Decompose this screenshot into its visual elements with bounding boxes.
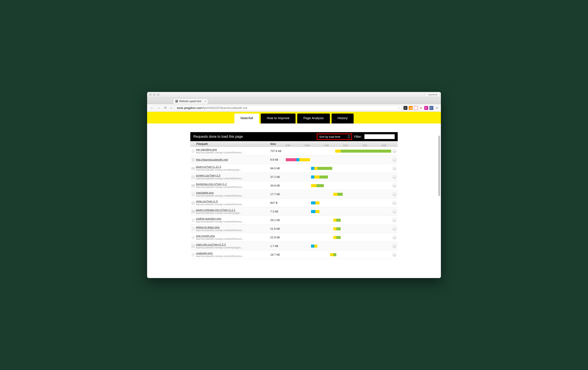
request-row: { }main.min.css?ver=2.3.3learntocodewith… — [190, 242, 398, 250]
file-name-link[interactable]: jquery-migrate.min.js?ver=1.2.1 — [196, 208, 270, 212]
url-field[interactable]: tools.pingdom.com/fpt/#!/b5l1EF/learntoc… — [175, 105, 402, 111]
tab-title: Website speed test — [179, 100, 201, 103]
time-tick: 0.8s — [305, 144, 310, 147]
timing-segment-yellow — [314, 245, 317, 247]
col-size-header[interactable]: Size — [270, 142, 286, 145]
file-name-link[interactable]: where-to-learn.png — [196, 226, 270, 229]
profile-badge[interactable]: Laurence — [426, 92, 440, 96]
browser-tab[interactable]: Website speed test × — [173, 98, 208, 104]
file-size: 22.8 kB — [270, 236, 286, 239]
file-path: learntocodewith.me/wp-content/plugins… — [196, 246, 270, 249]
file-name-link[interactable]: one-month.png — [196, 234, 270, 237]
minimize-window-icon[interactable] — [153, 93, 156, 96]
file-name-link[interactable]: jquery.js?ver=1.11.3 — [196, 165, 270, 168]
file-info: one-month.pnglearntocodewith.me/wp-conte… — [196, 234, 270, 240]
file-name-link[interactable]: mashable.png — [196, 191, 270, 194]
request-row: ▯http://learntocodewith.me/6.8 kB⌄ — [190, 155, 398, 164]
timing-segment-yellow — [335, 150, 340, 153]
file-info: bootstrap.min.js?ver=1.2learntocodewith.… — [196, 182, 270, 189]
file-info: http://learntocodewith.me/ — [196, 158, 270, 161]
file-info: me-standing.pnglearntocodewith.me/wp-con… — [196, 148, 270, 154]
file-size: 37.2 kB — [270, 175, 286, 178]
file-name-link[interactable]: style.css?ver=1.0 — [196, 200, 270, 203]
timing-segment-yellow — [333, 227, 336, 230]
nav-tab-page-analysis[interactable]: Page Analysis — [297, 113, 330, 123]
forward-button[interactable]: → — [156, 106, 161, 110]
request-row: ▫where-to-learn.pnglearntocodewith.me/wp… — [190, 225, 398, 233]
file-name-link[interactable]: bootstrap.min.js?ver=1.2 — [196, 182, 270, 186]
panel-header: Requests done to load this page Sort by … — [190, 132, 398, 141]
nav-tab-history[interactable]: History — [332, 113, 354, 123]
back-button[interactable]: ← — [149, 106, 155, 110]
css-file-icon: { } — [190, 244, 196, 247]
nav-tab-waterfall[interactable]: Waterfall — [234, 113, 259, 123]
time-tick: 0.0s — [286, 144, 290, 147]
file-path: learntocodewith.me/wp-content/themes/… — [196, 229, 270, 232]
timing-segment-green — [336, 227, 341, 230]
maximize-window-icon[interactable] — [157, 93, 159, 96]
file-path: learntocodewith.me/wp-includes/js/jqu… — [196, 212, 270, 215]
extension-icon[interactable]: 87 — [430, 106, 433, 110]
timeline-bar — [286, 227, 391, 231]
js-file-icon: JS — [190, 184, 196, 187]
close-window-icon[interactable] — [149, 93, 152, 96]
file-size: 34.9 kB — [270, 184, 286, 187]
menu-icon[interactable]: ≡ — [435, 106, 439, 110]
file-info: coding-question.pnglearntocodewith.me/wp… — [196, 217, 270, 223]
file-info: where-to-learn.pnglearntocodewith.me/wp-… — [196, 226, 270, 232]
time-tick: 2.4s — [343, 144, 348, 147]
file-name-link[interactable]: main.min.css?ver=2.3.3 — [196, 243, 270, 246]
file-info: main.min.css?ver=2.3.3learntocodewith.me… — [196, 243, 270, 249]
expand-button[interactable]: ⌄ — [392, 158, 396, 162]
img-file-icon: ▫ — [190, 227, 196, 230]
file-path: learntocodewith.me/wp-content/themes/… — [196, 237, 270, 240]
timing-segment-yellow — [315, 201, 320, 205]
timing-segment-green — [337, 193, 343, 196]
file-name-link[interactable]: usatoday.png — [196, 251, 270, 255]
timeline-bar — [286, 244, 391, 248]
col-file-header[interactable]: File/path — [190, 142, 270, 145]
file-name-link[interactable]: me-standing.png — [196, 148, 270, 151]
timing-segment-green — [336, 219, 341, 222]
extension-icon[interactable]: P — [424, 106, 428, 110]
extension-icon[interactable]: ≡ — [404, 106, 407, 110]
filter-input[interactable] — [364, 134, 395, 139]
column-header: File/path Size 0.0s0.8s1.6s2.4s3.2s4.0s — [190, 141, 398, 147]
close-tab-icon[interactable]: × — [204, 100, 206, 103]
file-info: mashable.pnglearntocodewith.me/wp-conten… — [196, 191, 270, 197]
img-file-icon: ▫ — [190, 253, 196, 256]
img-file-icon: ▫ — [190, 218, 196, 222]
scrollbar[interactable] — [438, 135, 440, 196]
img-file-icon: ▫ — [190, 149, 196, 153]
time-tick: 3.2s — [362, 144, 367, 147]
timeline-bar — [286, 149, 391, 153]
extension-icon[interactable]: ◢ — [409, 106, 413, 110]
window-controls[interactable] — [149, 93, 159, 96]
timing-segment-pink — [286, 158, 296, 161]
file-name-link[interactable]: screen.css?ver=1.0 — [196, 174, 270, 177]
file-path: learntocodewith.me/wp-content/themes/… — [196, 203, 270, 206]
timing-segment-yellow — [333, 236, 336, 239]
file-path: learntocodewith.me/wp-content/themes/… — [196, 194, 270, 197]
file-size: 94.0 kB — [270, 167, 286, 170]
sort-select[interactable]: Sort by load time — [317, 134, 352, 139]
request-row: ▫usatoday.pnglearntocodewith.me/wp-conte… — [190, 250, 398, 259]
reload-button[interactable]: ⟳ — [163, 106, 168, 110]
timing-segment-yellow — [314, 175, 319, 178]
request-row: ▫me-standing.pnglearntocodewith.me/wp-co… — [190, 147, 398, 155]
extension-icon[interactable]: M — [419, 106, 423, 110]
time-tick: 4.0s — [382, 144, 386, 147]
waterfall-panel: Requests done to load this page Sort by … — [190, 132, 398, 259]
file-name-link[interactable]: coding-question.png — [196, 217, 270, 220]
file-info: usatoday.pnglearntocodewith.me/wp-conten… — [196, 251, 270, 258]
url-path: /fpt/#!/b5l1EF/learntocodewith.me — [202, 106, 247, 110]
img-file-icon: ▫ — [190, 193, 196, 196]
bookmark-star-icon[interactable]: ☆ — [397, 106, 400, 110]
file-name-link[interactable]: http://learntocodewith.me/ — [196, 158, 270, 161]
timing-segment-yellow — [314, 167, 317, 170]
timing-segment-yellow — [330, 253, 333, 256]
extension-icon[interactable]: ◔ — [414, 106, 418, 110]
home-button[interactable]: ⌂ — [169, 106, 173, 110]
nav-tab-how-to-improve[interactable]: How to Improve — [261, 113, 295, 123]
timeline-bar — [286, 201, 391, 205]
